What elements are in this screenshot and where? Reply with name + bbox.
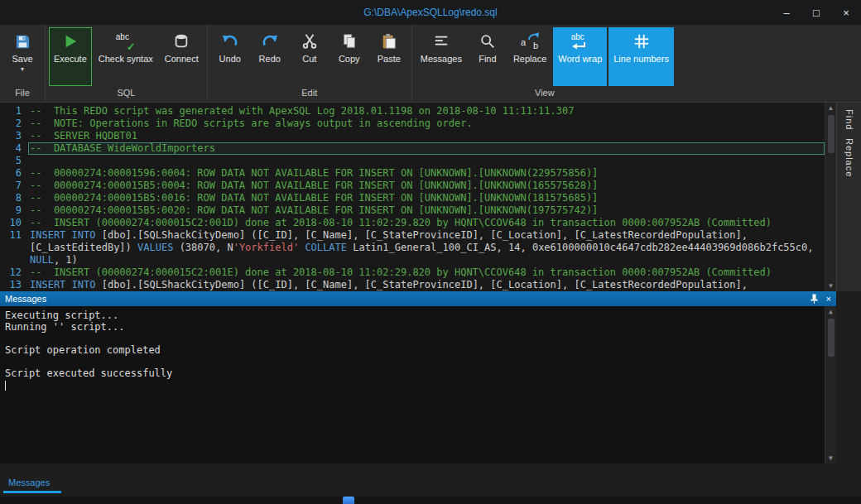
text-cursor	[5, 381, 6, 391]
minimize-icon[interactable]: –	[772, 0, 801, 25]
execute-button[interactable]: Execute	[49, 27, 92, 86]
search-icon	[479, 31, 496, 51]
line-number: 1	[0, 105, 28, 118]
messages-output[interactable]: ▲ ▼ Executing script...Running '' script…	[0, 306, 836, 463]
line-numbers-button[interactable]: Line numbers	[608, 27, 674, 86]
save-icon	[14, 31, 31, 51]
toolbar-group-buttons: UndoRedoCutCopyPaste	[208, 25, 411, 86]
button-label: Connect	[165, 54, 199, 64]
save-button[interactable]: Save▾	[3, 27, 41, 86]
editor-line[interactable]: 8-- 00000274:000015B5:0016: ROW DATA NOT…	[0, 192, 825, 204]
button-label: Copy	[339, 54, 360, 64]
side-tab-find[interactable]: Find	[844, 109, 854, 130]
play-icon	[62, 31, 79, 51]
message-line: Running '' script...	[5, 321, 820, 333]
editor-line[interactable]: 11INSERT INTO [dbo].[SQLShackCityDemo] (…	[0, 229, 825, 266]
redo-button[interactable]: Redo	[251, 27, 289, 86]
close-panel-icon[interactable]: ×	[826, 295, 831, 304]
messages-scrollbar[interactable]: ▲ ▼	[825, 306, 836, 463]
window-title: G:\DBA\ApexSQLLog\redo.sql	[0, 7, 861, 18]
code-text: -- 00000274:000015B5:0016: ROW DATA NOT …	[28, 192, 825, 204]
dropdown-caret-icon[interactable]: ▾	[21, 66, 24, 73]
title-bar[interactable]: G:\DBA\ApexSQLLog\redo.sql – □ ×	[0, 0, 861, 25]
word-wrap-icon: abc	[570, 31, 591, 51]
code-text: -- INSERT (00000274:000015C2:001D) done …	[28, 217, 825, 229]
connect-button[interactable]: Connect	[160, 27, 204, 86]
editor-scrollbar[interactable]: ▲ ▼	[825, 103, 836, 291]
messages-button[interactable]: Messages	[416, 27, 467, 86]
message-line	[5, 356, 820, 367]
line-numbers-icon	[633, 31, 650, 51]
button-label: Replace	[513, 54, 546, 64]
editor-line[interactable]: 3-- SERVER HQDBT01	[0, 130, 825, 142]
scroll-down-icon[interactable]: ▼	[829, 453, 833, 463]
line-number: 3	[0, 130, 28, 142]
line-number: 4	[0, 142, 28, 155]
toolbar-group-buttons: Save▾	[0, 25, 45, 86]
button-label: Save	[12, 54, 32, 64]
messages-panel-header[interactable]: Messages ×	[0, 291, 836, 306]
button-label: Redo	[259, 54, 281, 64]
button-label: Cut	[302, 54, 316, 64]
check-syntax-button[interactable]: abc✓Check syntax	[94, 27, 158, 86]
editor-line[interactable]: 13INSERT INTO [dbo].[SQLShackCityDemo] (…	[0, 279, 825, 291]
toolbar: Save▾FileExecuteabc✓Check syntaxConnectS…	[0, 25, 861, 103]
side-tab-replace[interactable]: Replace	[844, 138, 854, 177]
editor-line[interactable]: 4-- DATABASE WideWorldImporters	[0, 142, 825, 155]
editor-line[interactable]: 9-- 00000274:000015B5:0020: ROW DATA NOT…	[0, 204, 825, 217]
find-button[interactable]: Find	[469, 27, 507, 86]
line-number: 9	[0, 204, 28, 217]
close-icon[interactable]: ×	[831, 0, 861, 25]
editor-line[interactable]: 10-- INSERT (00000274:000015C2:001D) don…	[0, 217, 825, 229]
scroll-up-icon[interactable]: ▲	[828, 103, 835, 113]
messages-panel-title: Messages	[5, 294, 46, 304]
code-text: -- 00000274:000015B5:0020: ROW DATA NOT …	[28, 204, 825, 217]
scrollbar-thumb[interactable]	[828, 115, 835, 153]
scissors-icon	[301, 31, 318, 51]
replace-button[interactable]: abReplace	[508, 27, 551, 86]
button-label: Check syntax	[99, 54, 153, 64]
copy-button[interactable]: Copy	[330, 27, 368, 86]
button-label: Execute	[54, 54, 87, 64]
button-label: Word wrap	[558, 54, 602, 64]
editor-line[interactable]: 6-- 00000274:00001596:0004: ROW DATA NOT…	[0, 167, 825, 180]
editor-line[interactable]: 2-- NOTE: Operations in REDO scripts are…	[0, 118, 825, 130]
code-text: INSERT INTO [dbo].[SQLShackCityDemo] ([C…	[28, 279, 825, 291]
cursor-line	[5, 379, 820, 391]
window-controls: – □ ×	[772, 0, 861, 25]
code-text: -- This REDO script was generated with A…	[28, 105, 825, 118]
editor-line[interactable]: 7-- 00000274:000015B5:0004: ROW DATA NOT…	[0, 180, 825, 192]
taskbar-app-icon[interactable]	[343, 497, 354, 504]
toolbar-group-label: Edit	[208, 86, 411, 102]
database-icon	[173, 31, 190, 51]
paste-button[interactable]: Paste	[370, 27, 408, 86]
editor-line[interactable]: 1-- This REDO script was generated with …	[0, 105, 825, 118]
editor-lines[interactable]: 1-- This REDO script was generated with …	[0, 103, 825, 291]
scroll-down-icon[interactable]: ▼	[828, 281, 835, 291]
line-number: 11	[0, 229, 28, 266]
abc-check-icon: abc✓	[116, 31, 136, 51]
scroll-up-icon[interactable]: ▲	[829, 306, 833, 317]
code-text: -- 00000274:00001596:0004: ROW DATA NOT …	[28, 167, 825, 180]
copy-icon	[341, 31, 358, 51]
taskbar-strip	[0, 497, 861, 504]
button-label: Paste	[378, 54, 401, 64]
toolbar-group-label: View	[412, 86, 677, 102]
tab-messages[interactable]: Messages	[8, 478, 50, 487]
toolbar-group-label: SQL	[46, 86, 207, 102]
cut-button[interactable]: Cut	[291, 27, 329, 86]
word-wrap-button[interactable]: abcWord wrap	[553, 27, 607, 86]
scrollbar-thumb[interactable]	[828, 319, 835, 357]
maximize-icon[interactable]: □	[801, 0, 831, 25]
code-text: -- 00000274:000015B5:0004: ROW DATA NOT …	[28, 180, 825, 192]
undo-icon	[220, 31, 240, 51]
messages-icon	[433, 31, 450, 51]
button-label: Find	[479, 54, 496, 64]
toolbar-group: UndoRedoCutCopyPasteEdit	[207, 25, 411, 102]
pushpin-icon[interactable]	[810, 294, 818, 304]
undo-button[interactable]: Undo	[211, 27, 249, 86]
editor-line[interactable]: 5	[0, 155, 825, 167]
code-text	[28, 155, 825, 167]
toolbar-group-buttons: MessagesFindabReplaceabcWord wrapLine nu…	[412, 25, 677, 86]
editor-line[interactable]: 12-- INSERT (00000274:000015C2:001E) don…	[0, 266, 825, 279]
